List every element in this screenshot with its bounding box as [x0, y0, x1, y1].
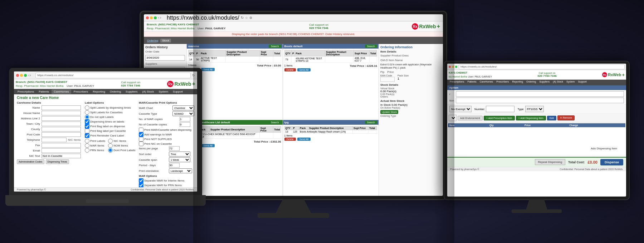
right-minimize-dot[interactable] [452, 66, 454, 68]
laptop-maximize-dot[interactable] [24, 74, 27, 77]
laptop-nav-patients[interactable]: Patients [36, 89, 51, 94]
right-nav-prescribers[interactable]: Prescribers [495, 80, 510, 85]
nav-ordering[interactable]: Ordering [145, 39, 160, 43]
delete-btn-boots[interactable]: Delete [284, 68, 296, 71]
cb-add-warnings[interactable] [139, 132, 143, 137]
update-stock-btn[interactable]: Update Stock [380, 110, 398, 114]
radio-split-dispensing[interactable] [85, 105, 89, 110]
cb-print-mar-cassette[interactable] [139, 128, 143, 132]
description-input[interactable] [456, 98, 624, 103]
url-bar[interactable]: https://rxweb.co.uk/modules/ [167, 15, 239, 21]
cassette-span-select[interactable]: 1 Week [169, 157, 190, 162]
repeat-dispensing-btn[interactable]: Repeat Dispensing [535, 159, 566, 165]
radio-mar-items[interactable] [85, 143, 89, 148]
right-nav-prescriptions[interactable]: Prescriptions [448, 80, 465, 85]
add-endorsement-btn[interactable]: Add Endorsement [458, 116, 483, 120]
radio-nom[interactable] [108, 143, 113, 148]
add-prescription-btn[interactable]: + Add Prescription Item [484, 116, 515, 120]
address-input[interactable] [42, 116, 81, 121]
remove-btn[interactable]: ✕ Remove [557, 115, 575, 120]
radio-nic[interactable] [108, 139, 113, 143]
number-input[interactable] [486, 106, 514, 112]
cb-not-supplied[interactable] [139, 137, 143, 142]
items-per-page-input[interactable] [169, 146, 180, 151]
postcode-input[interactable] [42, 132, 81, 137]
search-btn-boots[interactable]: Search [365, 45, 377, 48]
laptop-nav-carehomes[interactable]: CareHomes [52, 89, 71, 94]
radio-split-cassettes[interactable] [85, 110, 89, 115]
radio-prn-items[interactable] [85, 148, 89, 153]
settings-icon[interactable]: ⚙ [249, 16, 252, 20]
back-icon[interactable]: ‹ [158, 16, 159, 20]
mar-copies-input[interactable] [180, 117, 190, 122]
right-close-dot[interactable] [449, 66, 451, 68]
refresh-icon[interactable]: ↻ [241, 16, 244, 20]
cassette-copies-input[interactable] [180, 122, 190, 127]
right-nav-reporting[interactable]: Reporting [511, 80, 525, 85]
bookmark-icon[interactable]: ☆ [245, 16, 248, 20]
laptop-url-bar[interactable]: https://rxweb.co.uk/modules/ [35, 73, 191, 78]
right-maximize-dot[interactable] [455, 66, 457, 68]
laptop-forward-icon[interactable]: › [30, 73, 31, 77]
maximize-button-dot[interactable] [154, 16, 157, 19]
send-btn-tpg[interactable]: Send All [297, 138, 311, 141]
laptop-nav-suppliers[interactable]: Suppliers [123, 89, 140, 94]
radio-print-labels[interactable] [85, 139, 89, 143]
search-btn-tpg[interactable]: Search [365, 121, 377, 124]
edit-btn[interactable]: Edit [547, 116, 556, 120]
print-orientation-select[interactable]: Landscape [169, 168, 192, 173]
dispensing-times-btn[interactable]: Dispensing Times [46, 159, 69, 164]
laptop-nav-system[interactable]: System [156, 89, 170, 94]
item-select[interactable] [449, 115, 457, 121]
admin-codes-btn[interactable]: Administration Codes [17, 159, 44, 164]
patient-input[interactable] [456, 91, 624, 97]
laptop-nav-prescribers[interactable]: Prescribers [72, 89, 90, 94]
right-nav-support[interactable]: Support [576, 80, 588, 85]
laptop-nav-stock[interactable]: (A) Stock [140, 89, 156, 94]
nic-text-input[interactable] [42, 154, 81, 158]
search-btn-alliance[interactable]: Search [269, 121, 281, 124]
forward-icon[interactable]: › [160, 16, 161, 20]
right-nav-patients[interactable]: Patients [466, 80, 478, 85]
cb-nic-cassette[interactable] [139, 142, 143, 146]
laptop-minimize-dot[interactable] [20, 74, 23, 77]
exemption-select[interactable]: No Exempt [449, 106, 472, 112]
cb-print-bag[interactable] [85, 124, 89, 129]
right-url-bar[interactable]: https://rxweb.co.uk/modules/ [459, 64, 625, 69]
fax-input[interactable] [42, 143, 81, 148]
order-date-input[interactable] [145, 55, 185, 61]
dispense-btn[interactable]: Dispense [600, 159, 623, 165]
county-input[interactable] [42, 127, 81, 132]
laptop-nav-support[interactable]: Support [171, 89, 185, 94]
type-select[interactable]: FP10SS [525, 106, 544, 112]
email-input[interactable] [42, 148, 81, 153]
right-nav-stock[interactable]: (A) Stock [551, 80, 565, 85]
cb-dispensing-times[interactable] [85, 119, 89, 124]
laptop-close-dot[interactable] [16, 74, 19, 77]
close-button-dot[interactable] [146, 16, 149, 19]
cb-print-reminder[interactable] [85, 133, 89, 138]
cb-interim[interactable] [139, 178, 143, 183]
delete-btn-tpg[interactable]: Delete [284, 138, 296, 141]
send-btn-boots[interactable]: Send All [297, 68, 311, 71]
right-nav-carehomes[interactable]: CareHomes [478, 80, 494, 85]
right-nav-ordering[interactable]: Ordering [525, 80, 537, 85]
laptop-refresh-icon[interactable]: ↻ [192, 74, 195, 77]
town-input[interactable] [42, 122, 81, 126]
radio-dont-print[interactable] [108, 148, 113, 153]
cb-print-bag-cassette[interactable] [85, 129, 89, 133]
sort-order-select[interactable]: Time [169, 152, 190, 157]
laptop-nav-prescriptions[interactable]: Prescriptions [15, 89, 36, 94]
right-nav-system[interactable]: System [565, 80, 576, 85]
name-input[interactable] [42, 105, 81, 110]
telephone-input[interactable] [42, 138, 67, 142]
mar-chart-select[interactable]: Chemtree [172, 105, 194, 110]
radio-no-split[interactable] [85, 115, 89, 119]
laptop-back-icon[interactable]: ‹ [28, 73, 29, 77]
laptop-nav-ordering[interactable]: Ordering [108, 89, 123, 94]
laptop-nav-reporting[interactable]: Reporting [91, 89, 107, 94]
cassette-type-select[interactable]: NOMAD [172, 111, 194, 116]
add-dispensing-btn[interactable]: + Add Dispensing Item [516, 116, 546, 120]
minimize-button-dot[interactable] [150, 16, 153, 19]
period-days-input[interactable] [169, 163, 180, 168]
